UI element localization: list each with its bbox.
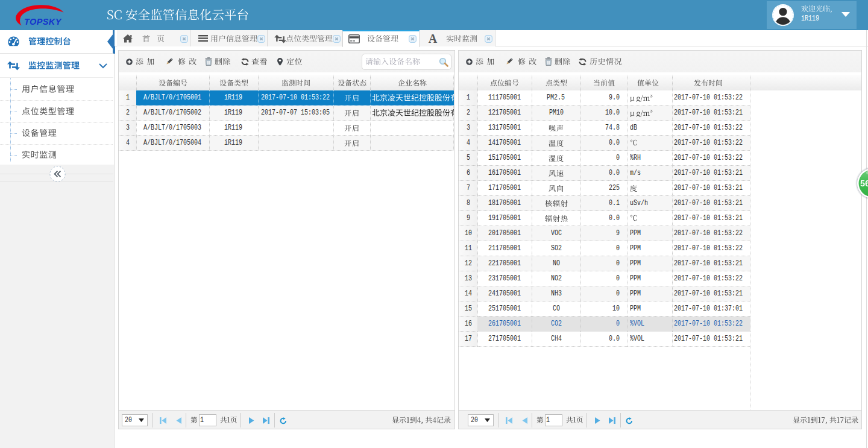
svg-text:A: A [429, 34, 438, 43]
svg-text:TOPSKY: TOPSKY [24, 17, 62, 27]
